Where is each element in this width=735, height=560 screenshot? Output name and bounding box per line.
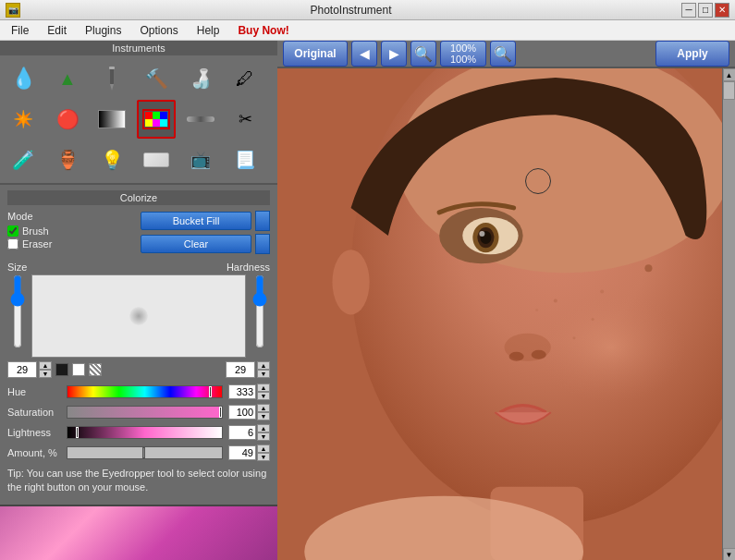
mode-label: Mode bbox=[7, 211, 52, 222]
original-button[interactable]: Original bbox=[283, 41, 348, 67]
tool-gradient[interactable] bbox=[92, 100, 131, 139]
color-white[interactable] bbox=[72, 363, 85, 376]
saturation-slider-track[interactable] bbox=[67, 406, 223, 419]
bucket-fill-swatch[interactable] bbox=[255, 211, 270, 231]
scroll-track[interactable] bbox=[723, 81, 735, 548]
lightness-slider-track[interactable] bbox=[67, 426, 223, 439]
tool-line[interactable] bbox=[181, 100, 220, 139]
tool-thin-brush[interactable]: 🖊 bbox=[226, 59, 264, 98]
tool-pencil[interactable] bbox=[92, 59, 131, 98]
tool-stamp[interactable]: 🔨 bbox=[137, 59, 176, 98]
size-spinners: ▲ ▼ bbox=[39, 361, 52, 378]
tool-cone[interactable]: ▲ bbox=[48, 59, 87, 98]
brush-checkbox[interactable] bbox=[7, 225, 18, 237]
lightness-spin-down[interactable]: ▼ bbox=[257, 432, 270, 441]
hue-slider-track[interactable] bbox=[67, 385, 223, 398]
size-slider[interactable] bbox=[9, 274, 26, 348]
hardness-spin-up[interactable]: ▲ bbox=[257, 361, 270, 370]
amount-thumb bbox=[142, 447, 145, 458]
minimize-button[interactable]: ─ bbox=[681, 3, 696, 18]
size-value-input[interactable] bbox=[7, 361, 37, 378]
hue-thumb bbox=[209, 386, 212, 397]
hue-spin-up[interactable]: ▲ bbox=[257, 383, 270, 392]
menu-help[interactable]: Help bbox=[190, 22, 227, 39]
hardness-input-group: ▲ ▼ bbox=[226, 361, 270, 378]
tool-tube[interactable]: 🧪 bbox=[4, 140, 43, 179]
amount-value-input[interactable] bbox=[228, 445, 256, 460]
scroll-thumb[interactable] bbox=[723, 81, 735, 100]
svg-point-20 bbox=[535, 309, 538, 311]
svg-point-21 bbox=[332, 250, 369, 314]
lightness-spin-up[interactable]: ▲ bbox=[257, 424, 270, 432]
redo-button[interactable]: ▶ bbox=[381, 41, 407, 67]
tool-bottle[interactable]: 🏺 bbox=[48, 140, 87, 179]
saturation-spinners: ▲ ▼ bbox=[257, 404, 270, 420]
hue-value-input[interactable] bbox=[228, 384, 256, 399]
lightness-spinners: ▲ ▼ bbox=[257, 424, 270, 441]
menu-plugins[interactable]: Plugins bbox=[78, 22, 129, 39]
saturation-value-input[interactable] bbox=[228, 405, 256, 420]
brush-preview bbox=[31, 274, 246, 358]
maximize-button[interactable]: □ bbox=[698, 3, 713, 18]
tool-sun[interactable]: ✴️ bbox=[4, 100, 43, 139]
brush-row: Brush bbox=[7, 225, 52, 237]
hardness-label: Hardness bbox=[227, 262, 270, 273]
size-input-group: ▲ ▼ bbox=[7, 361, 52, 378]
main-layout: Instruments 💧 ▲ 🔨 🍶 🖊 ✴️ 🔴 bbox=[0, 41, 735, 560]
saturation-value-group: ▲ ▼ bbox=[228, 404, 270, 420]
tool-tv[interactable]: 📺 bbox=[181, 140, 220, 179]
svg-rect-2 bbox=[109, 67, 115, 69]
color-square[interactable] bbox=[55, 363, 68, 376]
menu-edit[interactable]: Edit bbox=[40, 22, 74, 39]
tool-papers[interactable]: 📃 bbox=[226, 140, 264, 179]
close-button[interactable]: ✕ bbox=[715, 3, 729, 18]
zoom-out-button[interactable]: 🔍 bbox=[410, 41, 436, 67]
size-spin-up[interactable]: ▲ bbox=[39, 361, 52, 370]
apply-button[interactable]: Apply bbox=[655, 41, 729, 67]
tool-pipette[interactable]: 🍶 bbox=[181, 59, 220, 98]
clear-row: Clear bbox=[141, 234, 270, 254]
saturation-label: Saturation bbox=[7, 407, 61, 418]
size-label: Size bbox=[7, 262, 27, 273]
clear-swatch[interactable] bbox=[255, 234, 270, 254]
tool-bulb[interactable]: 💡 bbox=[92, 140, 131, 179]
amount-slider-track[interactable] bbox=[67, 446, 223, 459]
eraser-checkbox[interactable] bbox=[7, 238, 18, 250]
scroll-up-button[interactable]: ▲ bbox=[723, 68, 736, 81]
undo-button[interactable]: ◀ bbox=[351, 41, 377, 67]
scroll-down-button[interactable]: ▼ bbox=[723, 548, 736, 560]
saturation-thumb bbox=[219, 407, 222, 418]
zoom-in-button[interactable]: 🔍 bbox=[490, 41, 516, 67]
size-spin-down[interactable]: ▼ bbox=[39, 370, 52, 378]
hardness-slider[interactable] bbox=[251, 274, 268, 348]
amount-spinners: ▲ ▼ bbox=[257, 444, 270, 461]
amount-spin-up[interactable]: ▲ bbox=[257, 444, 270, 453]
bucket-fill-row: Bucket Fill bbox=[141, 211, 270, 231]
menu-buy[interactable]: Buy Now! bbox=[230, 22, 296, 39]
tool-lens[interactable]: 🔴 bbox=[48, 100, 87, 139]
image-area[interactable] bbox=[277, 68, 722, 560]
clear-button[interactable]: Clear bbox=[141, 235, 251, 253]
tool-eraser[interactable] bbox=[137, 140, 176, 179]
hardness-value-input[interactable] bbox=[226, 361, 255, 378]
right-scrollbar: ▲ ▼ bbox=[722, 68, 735, 560]
svg-point-19 bbox=[600, 289, 604, 293]
hardness-spin-down[interactable]: ▼ bbox=[257, 370, 270, 378]
menu-file[interactable]: File bbox=[4, 22, 36, 39]
hue-spin-down[interactable]: ▼ bbox=[257, 392, 270, 400]
dot-pattern[interactable] bbox=[89, 363, 102, 376]
bucket-fill-button[interactable]: Bucket Fill bbox=[141, 212, 251, 230]
menu-options[interactable]: Options bbox=[132, 22, 185, 39]
svg-point-18 bbox=[572, 336, 575, 339]
tool-scissors[interactable]: ✂ bbox=[226, 100, 264, 139]
saturation-spin-down[interactable]: ▼ bbox=[257, 412, 270, 420]
amount-row: Amount, % ▲ ▼ bbox=[7, 444, 270, 461]
instruments-panel: Instruments 💧 ▲ 🔨 🍶 🖊 ✴️ 🔴 bbox=[0, 41, 277, 185]
menubar: File Edit Plugins Options Help Buy Now! bbox=[0, 20, 735, 41]
window-title: PhotoInstrument bbox=[20, 4, 681, 17]
tool-dropper[interactable]: 💧 bbox=[4, 59, 43, 98]
lightness-value-input[interactable] bbox=[228, 425, 256, 440]
tool-colorbox[interactable] bbox=[137, 100, 176, 139]
amount-spin-down[interactable]: ▼ bbox=[257, 453, 270, 461]
saturation-spin-up[interactable]: ▲ bbox=[257, 404, 270, 412]
